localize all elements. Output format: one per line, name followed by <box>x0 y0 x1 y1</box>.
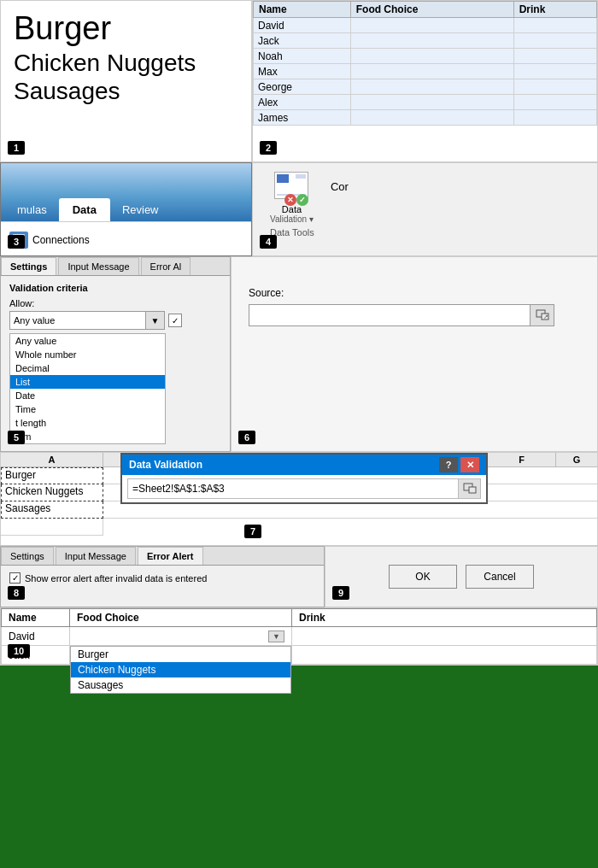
section5: Settings Input Message Error Al Validati… <box>0 256 231 452</box>
ok-button[interactable]: OK <box>389 565 457 589</box>
allow-label: Allow: <box>9 298 221 308</box>
dropdown-arrow-david[interactable]: ▼ <box>268 630 284 642</box>
table-cell <box>513 33 596 49</box>
table-cell: David <box>254 18 351 33</box>
cor-label: Cor <box>331 180 349 193</box>
svg-rect-6 <box>469 487 476 493</box>
source-input[interactable] <box>249 304 531 326</box>
col-g-header: G <box>556 453 597 466</box>
col-f-header: F <box>488 453 556 466</box>
dropdown-list: Any value Whole number Decimal List Date… <box>9 333 166 444</box>
s10-david-name: David <box>2 627 70 646</box>
badge-7: 7 <box>244 525 261 538</box>
source-select-btn[interactable]: ↗ <box>531 304 554 326</box>
cell-a2[interactable]: Chicken Nuggets <box>1 484 103 501</box>
cancel-button[interactable]: Cancel <box>466 565 534 589</box>
formula-input[interactable] <box>127 478 459 499</box>
table-cell <box>513 79 596 95</box>
section8: Settings Input Message Error Alert ✓ Sho… <box>0 546 325 607</box>
help-button[interactable]: ? <box>439 457 458 472</box>
item-chicken: Chicken Nuggets <box>14 49 238 78</box>
dropdown-item-decimal[interactable]: Decimal <box>10 361 165 375</box>
s10-col-name: Name <box>2 609 70 627</box>
connections-label[interactable]: Connections <box>32 234 90 246</box>
table-cell: Max <box>254 64 351 79</box>
svg-text:↗: ↗ <box>543 314 548 320</box>
tab-formulas[interactable]: mulas <box>5 198 59 221</box>
badge-5: 5 <box>8 431 25 444</box>
dropdown-item-anyvalue[interactable]: Any value <box>10 334 165 348</box>
s10-david-drink <box>292 627 597 646</box>
s10-jack-food[interactable]: Burger Chicken Nuggets Sausages <box>70 646 292 665</box>
section7: A B C D E F G Burger Chicken Nuggets Sau… <box>0 452 598 546</box>
dv-dialog-titlebar[interactable]: Data Validation ? ✕ <box>122 455 486 475</box>
section2: Name Food Choice Drink DavidJackNoahMaxG… <box>252 0 598 162</box>
dropdown-item-textlength[interactable]: t length <box>10 416 165 430</box>
data-validation-button[interactable]: ✓ ✕ Data Validation ▾ <box>270 172 314 224</box>
validation-criteria-label: Validation criteria <box>9 283 221 293</box>
food-option-burger[interactable]: Burger <box>71 647 290 662</box>
table-cell <box>513 64 596 79</box>
badge-6: 6 <box>238 431 255 444</box>
tab-data[interactable]: Data <box>59 198 110 221</box>
section4: ✓ ✕ Data Validation ▾ Cor Data Tools 4 <box>252 162 598 256</box>
tab-review[interactable]: Review <box>110 198 171 221</box>
table-cell <box>350 79 513 95</box>
table-cell <box>513 49 596 64</box>
table-cell <box>513 18 596 33</box>
tab-input-message[interactable]: Input Message <box>58 257 138 275</box>
badge-8: 8 <box>8 586 25 600</box>
source-label: Source: <box>249 287 580 299</box>
badge-4: 4 <box>260 235 277 249</box>
table-cell <box>350 64 513 79</box>
table-cell <box>350 18 513 33</box>
section9: OK Cancel 9 <box>325 546 598 607</box>
dropdown-item-date[interactable]: Date <box>10 389 165 402</box>
table-cell: Jack <box>254 33 351 49</box>
tab-s8-error[interactable]: Error Alert <box>138 547 203 565</box>
item-burger: Burger <box>14 9 238 49</box>
cell-a1[interactable]: Burger <box>1 467 103 484</box>
s10-david-food[interactable]: ▼ <box>70 627 292 646</box>
table-cell: George <box>254 79 351 95</box>
table-cell <box>350 110 513 126</box>
food-option-sausages[interactable]: Sausages <box>71 677 290 693</box>
table-cell <box>350 33 513 49</box>
tab-s8-settings[interactable]: Settings <box>1 547 54 565</box>
tab-s8-input[interactable]: Input Message <box>56 547 136 565</box>
col-header-drink: Drink <box>513 2 596 18</box>
table-cell: Alex <box>254 95 351 110</box>
dv-sublabel: Validation ▾ <box>270 214 314 224</box>
s10-jack-drink <box>292 646 597 665</box>
table-cell <box>513 110 596 126</box>
table-cell: Noah <box>254 49 351 64</box>
dv-dialog-title: Data Validation <box>129 459 202 471</box>
dropdown-item-wholenumber[interactable]: Whole number <box>10 348 165 361</box>
close-button[interactable]: ✕ <box>460 457 479 472</box>
error-alert-checkbox[interactable]: ✓ <box>9 572 21 584</box>
badge-2: 2 <box>260 141 277 155</box>
food-option-chicken[interactable]: Chicken Nuggets <box>71 662 290 677</box>
badge-1: 1 <box>8 141 25 155</box>
dropdown-arrow-icon[interactable]: ▼ <box>146 311 165 330</box>
dv-dialog: Data Validation ? ✕ <box>120 453 488 504</box>
badge-3: 3 <box>8 235 25 249</box>
dropdown-item-list[interactable]: List <box>10 375 165 389</box>
table-cell <box>513 95 596 110</box>
cancel-icon: ✕ <box>284 194 296 206</box>
allow-select[interactable]: Any value <box>9 311 146 330</box>
section6: Source: ↗ 6 <box>231 256 598 452</box>
cell-a3[interactable]: Sausages <box>1 501 103 519</box>
check-icon: ✓ <box>296 194 308 206</box>
tab-settings[interactable]: Settings <box>1 257 56 275</box>
table-cell <box>350 49 513 64</box>
item-sausages: Sausages <box>14 77 238 106</box>
dropdown-item-custom[interactable]: tom <box>10 430 165 443</box>
col-header-name: Name <box>254 2 351 18</box>
tab-error-alert[interactable]: Error Al <box>141 257 191 275</box>
formula-select-icon[interactable] <box>459 478 481 499</box>
check-box-ignore[interactable]: ✓ <box>168 314 182 327</box>
badge-10: 10 <box>8 644 30 658</box>
dropdown-item-time[interactable]: Time <box>10 402 165 416</box>
error-alert-label: Show error alert after invalid data is e… <box>25 573 207 584</box>
